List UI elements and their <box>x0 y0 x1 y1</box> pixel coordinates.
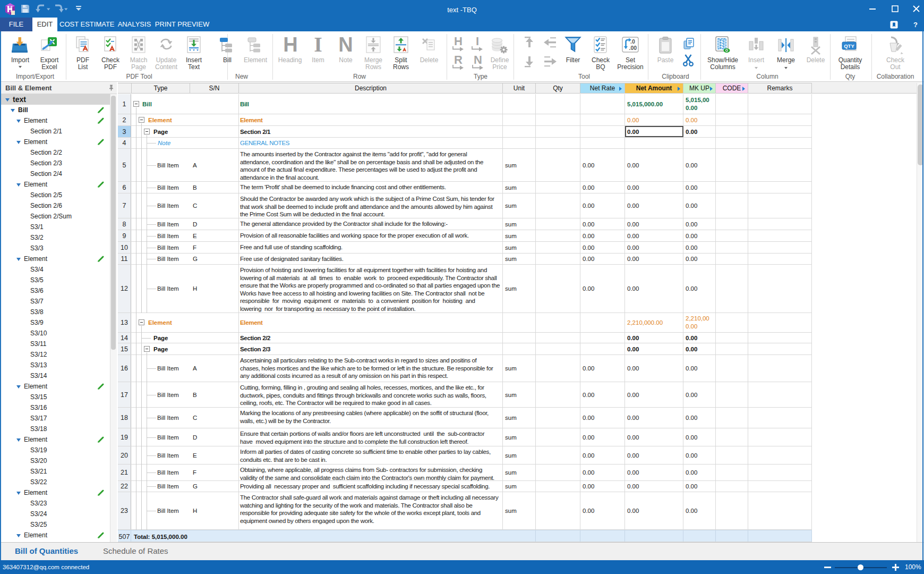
svg-text:QTY: QTY <box>844 43 854 49</box>
svg-text:.00: .00 <box>629 45 637 51</box>
svg-text:.0: .0 <box>630 38 635 45</box>
